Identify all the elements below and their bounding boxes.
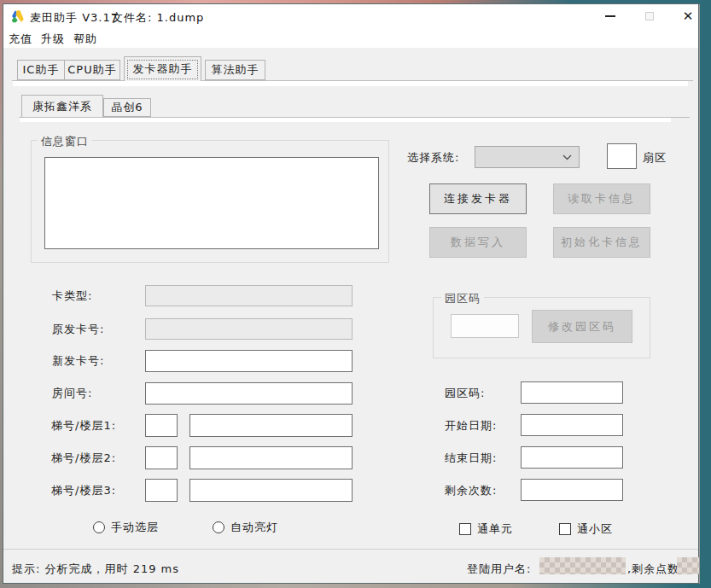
app-title: 麦田助手 V3.17 bbox=[30, 10, 119, 26]
statusbar-divider bbox=[3, 549, 698, 550]
menu-bar bbox=[3, 29, 698, 48]
write-data-button[interactable]: 数据写入 bbox=[429, 227, 527, 258]
checkbox-icon bbox=[559, 523, 571, 535]
elevator-floor2-input[interactable] bbox=[189, 446, 353, 469]
sector-label: 扇区 bbox=[643, 150, 667, 165]
modify-park-code-button[interactable]: 修改园区码 bbox=[532, 310, 632, 343]
button-label: 修改园区码 bbox=[548, 319, 616, 335]
redacted-points bbox=[677, 557, 699, 574]
tab-label: IC助手 bbox=[23, 62, 60, 78]
elevator-floor2-num-input[interactable] bbox=[145, 446, 178, 469]
desktop: 麦田助手 V3.17 文件名: 1.dump ✕ 充值 升级 帮助 IC助手 C… bbox=[0, 0, 711, 588]
remaining-points-label: ,剩余点数: bbox=[627, 562, 685, 576]
maximize-icon bbox=[645, 12, 654, 20]
remaining-times-input[interactable] bbox=[521, 479, 623, 501]
checkbox-label: 通小区 bbox=[577, 521, 613, 537]
button-label: 连接发卡器 bbox=[444, 191, 512, 207]
subtab-jingchuang6[interactable]: 晶创6 bbox=[103, 98, 151, 117]
minimize-icon bbox=[605, 15, 615, 17]
tab-algorithm-helper[interactable]: 算法助手 bbox=[205, 60, 265, 80]
close-button[interactable]: ✕ bbox=[677, 8, 699, 25]
park-code-label: 园区码: bbox=[445, 386, 485, 400]
read-card-info-button[interactable]: 读取卡信息 bbox=[553, 183, 650, 214]
sector-input[interactable] bbox=[607, 143, 637, 169]
chevron-down-icon bbox=[562, 154, 572, 160]
init-card-info-button[interactable]: 初始化卡信息 bbox=[553, 227, 650, 258]
room-no-input[interactable] bbox=[145, 382, 353, 405]
button-label: 读取卡信息 bbox=[568, 191, 636, 207]
auto-light-radio[interactable]: 自动亮灯 bbox=[213, 520, 278, 535]
elevator-floor3-num-input[interactable] bbox=[145, 479, 178, 502]
tab-label: 晶创6 bbox=[111, 100, 143, 115]
card-type-input[interactable] bbox=[145, 285, 353, 306]
tab-card-issuer-helper[interactable]: 发卡器助手 bbox=[124, 56, 201, 81]
elevator-floor1-label: 梯号/楼层1: bbox=[51, 418, 116, 433]
elevator-floor1-num-input[interactable] bbox=[145, 414, 178, 437]
elevator-floor3-label: 梯号/楼层3: bbox=[51, 483, 116, 498]
room-no-label: 房间号: bbox=[52, 386, 92, 400]
elevator-floor1-input[interactable] bbox=[189, 414, 353, 437]
wallpaper-bottom-strip bbox=[0, 584, 711, 588]
checkbox-label: 通单元 bbox=[477, 521, 513, 537]
select-system-label: 选择系统: bbox=[407, 150, 459, 165]
original-card-no-label: 原发卡号: bbox=[52, 322, 104, 336]
new-card-no-input[interactable] bbox=[145, 350, 353, 372]
park-code-edit-input[interactable] bbox=[451, 314, 519, 338]
menu-item-help[interactable]: 帮助 bbox=[73, 32, 97, 46]
original-card-no-input[interactable] bbox=[145, 318, 353, 340]
tab-label: 算法助手 bbox=[212, 62, 259, 78]
through-unit-checkbox[interactable]: 通单元 bbox=[459, 521, 513, 537]
tab-ic-helper[interactable]: IC助手 bbox=[17, 60, 65, 80]
wallpaper-right-strip bbox=[700, 0, 711, 588]
remaining-times-label: 剩余次数: bbox=[445, 483, 497, 498]
park-code-group-title: 园区码 bbox=[441, 291, 484, 306]
end-date-input[interactable] bbox=[521, 446, 623, 469]
menu-item-recharge[interactable]: 充值 bbox=[9, 32, 32, 46]
new-card-no-label: 新发卡号: bbox=[52, 353, 104, 368]
file-name-label: 文件名: 1.dump bbox=[112, 10, 204, 26]
main-tabpage-edge bbox=[13, 81, 688, 86]
card-type-label: 卡类型: bbox=[52, 288, 92, 303]
elevator-floor3-input[interactable] bbox=[189, 479, 353, 502]
status-message: 提示: 分析完成，用时 219 ms bbox=[12, 562, 179, 576]
redacted-username bbox=[539, 557, 626, 574]
radio-icon bbox=[213, 521, 224, 533]
through-community-checkbox[interactable]: 通小区 bbox=[559, 521, 613, 537]
system-combobox[interactable] bbox=[475, 146, 580, 168]
app-icon bbox=[10, 9, 25, 23]
connect-issuer-button[interactable]: 连接发卡器 bbox=[429, 183, 527, 214]
tab-label: CPU助手 bbox=[67, 62, 116, 78]
close-icon: ✕ bbox=[683, 10, 694, 23]
end-date-label: 结束日期: bbox=[445, 451, 497, 465]
button-label: 初始化卡信息 bbox=[561, 235, 643, 250]
button-label: 数据写入 bbox=[451, 235, 505, 250]
minimize-button[interactable] bbox=[599, 8, 621, 25]
park-code-input[interactable] bbox=[521, 381, 623, 404]
start-date-label: 开始日期: bbox=[445, 418, 497, 433]
focus-rectangle bbox=[127, 60, 198, 79]
info-window-group-title: 信息窗口 bbox=[38, 134, 92, 149]
tab-label: 康拓鑫洋系 bbox=[32, 99, 92, 114]
login-username-label: 登陆用户名: bbox=[467, 562, 531, 576]
elevator-floor2-label: 梯号/楼层2: bbox=[51, 451, 116, 465]
tab-cpu-helper[interactable]: CPU助手 bbox=[64, 60, 120, 80]
info-window-textarea[interactable] bbox=[44, 157, 379, 249]
manual-floor-radio[interactable]: 手动选层 bbox=[93, 520, 159, 535]
menu-item-upgrade[interactable]: 升级 bbox=[41, 32, 65, 46]
checkbox-icon bbox=[459, 523, 471, 535]
radio-label: 自动亮灯 bbox=[230, 520, 278, 535]
sub-tabpage-edge bbox=[20, 118, 671, 122]
radio-icon bbox=[93, 521, 105, 533]
maximize-button[interactable] bbox=[638, 8, 661, 25]
radio-label: 手动选层 bbox=[111, 520, 159, 535]
subtab-kangtuo-xinyang[interactable]: 康拓鑫洋系 bbox=[21, 95, 103, 117]
start-date-input[interactable] bbox=[521, 414, 623, 436]
